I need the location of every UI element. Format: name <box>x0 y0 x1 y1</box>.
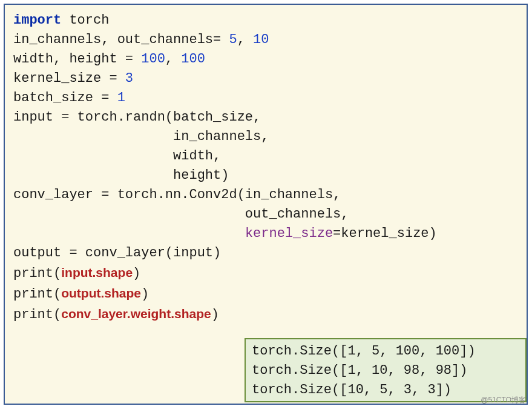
highlight-expr: output.shape <box>61 286 141 300</box>
output-line: torch.Size([1, 10, 98, 98]) <box>252 361 519 381</box>
code-text: in_channels, out_channels= <box>13 32 229 47</box>
code-text: torch <box>61 13 109 28</box>
code-line: width, height = 100, 100 <box>13 50 518 69</box>
code-text: , <box>165 52 181 67</box>
kwarg-name: kernel_size <box>245 226 333 241</box>
code-text <box>13 226 245 241</box>
highlight-expr: conv_layer.weight.shape <box>61 307 211 321</box>
watermark-text: @51CTO博客 <box>481 395 526 405</box>
code-line: input = torch.randn(batch_size, <box>13 108 518 127</box>
code-text: batch_size = <box>13 90 117 105</box>
code-line: output = conv_layer(input) <box>13 244 518 263</box>
code-line: batch_size = 1 <box>13 88 518 108</box>
code-text: width, height = <box>13 52 141 67</box>
print-line: print(conv_layer.weight.shape) <box>13 304 518 325</box>
number-literal: 3 <box>125 71 133 86</box>
number-literal: 1 <box>117 90 125 105</box>
number-literal: 10 <box>253 32 269 47</box>
code-text: ) <box>133 266 140 281</box>
code-line: kernel_size=kernel_size) <box>13 224 518 244</box>
output-panel: torch.Size([1, 5, 100, 100]) torch.Size(… <box>245 338 527 402</box>
code-text: kernel_size = <box>13 71 125 86</box>
code-text: =kernel_size) <box>333 226 437 241</box>
code-line: import torch <box>13 11 518 30</box>
code-text: , <box>237 32 253 47</box>
print-line: print(input.shape) <box>13 263 518 284</box>
code-line: in_channels, <box>13 127 518 147</box>
code-line: in_channels, out_channels= 5, 10 <box>13 30 518 50</box>
code-text: print( <box>13 287 61 302</box>
number-literal: 100 <box>141 52 165 67</box>
code-line: conv_layer = torch.nn.Conv2d(in_channels… <box>13 185 518 205</box>
number-literal: 100 <box>181 52 205 67</box>
output-line: torch.Size([1, 5, 100, 100]) <box>252 342 519 361</box>
highlight-expr: input.shape <box>61 265 133 279</box>
code-line: kernel_size = 3 <box>13 69 518 88</box>
code-line: width, <box>13 147 518 166</box>
code-line: height) <box>13 166 518 185</box>
output-line: torch.Size([10, 5, 3, 3]) <box>252 381 519 400</box>
code-line: out_channels, <box>13 205 518 224</box>
code-text: ) <box>141 287 149 302</box>
code-text: print( <box>13 266 61 281</box>
number-literal: 5 <box>229 32 237 47</box>
print-line: print(output.shape) <box>13 284 518 304</box>
code-text: ) <box>211 307 219 322</box>
code-text: print( <box>13 307 61 322</box>
keyword-import: import <box>13 13 61 28</box>
